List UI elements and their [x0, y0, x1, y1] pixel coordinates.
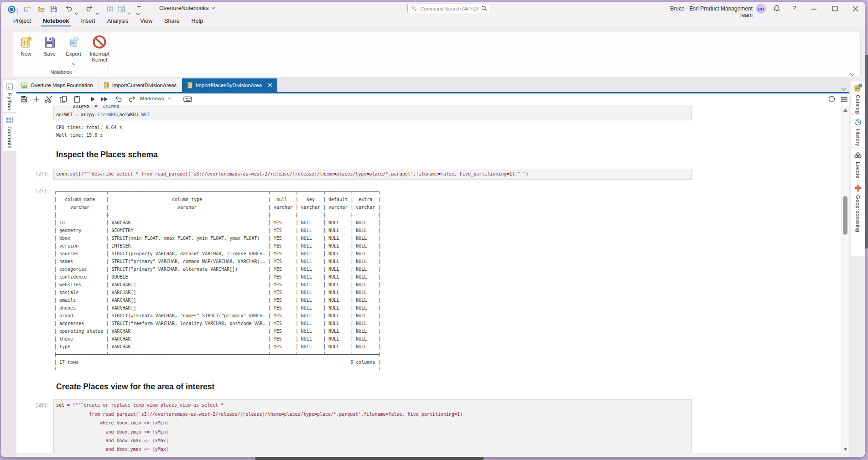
kernel-status: [827, 95, 836, 103]
ribbon-tab-analysis[interactable]: Analysis: [101, 16, 135, 26]
left-tab-contents[interactable]: Contents: [3, 114, 16, 151]
cell-prompt: [28]:: [16, 403, 49, 408]
user-name[interactable]: Bruce - Esri Product Management Team: [657, 5, 753, 18]
right-tab-catalog[interactable]: Catalog: [851, 81, 865, 114]
notifications-button[interactable]: [773, 5, 780, 12]
keyboard-icon: [183, 96, 192, 103]
paste-cell-button[interactable]: [73, 95, 81, 103]
ribbon-group-label: Notebook: [13, 69, 109, 75]
ribbon-tab-insert[interactable]: Insert: [75, 16, 101, 26]
run-cell-button[interactable]: [88, 95, 97, 103]
doc-tab-overture-maps-foundation[interactable]: Overture Maps Foundation: [16, 78, 99, 92]
redo-button[interactable]: [128, 95, 136, 103]
maximize-button[interactable]: [832, 6, 838, 11]
ribbon-collapse-button[interactable]: [851, 69, 854, 77]
save-project-button[interactable]: [50, 5, 57, 12]
right-tab-locate[interactable]: Locate: [851, 148, 865, 181]
doc-tab-importplacesbydivisionarea[interactable]: ImportPlacesByDivisionArea: [182, 78, 277, 92]
left-tab-label: Python: [7, 93, 12, 110]
windows-icon: [118, 5, 125, 12]
ribbon-panel: NewSaveExportInterrupt KernelNotebook: [13, 32, 861, 78]
notebook-toolbar: Markdown: [16, 93, 849, 105]
scrollbar-thumb[interactable]: [843, 196, 847, 235]
interrupt-kernel-icon: [92, 35, 107, 50]
copy-cell-icon: [60, 95, 68, 103]
command-search-box[interactable]: Command Search (Alt+Q): [407, 4, 490, 13]
undo-qat-button[interactable]: [65, 5, 73, 12]
redo-qat-icon: [86, 5, 94, 12]
add-cell-button[interactable]: [32, 95, 40, 103]
export-notebook-icon: [66, 35, 81, 50]
add-data-button[interactable]: [107, 5, 113, 13]
close-button[interactable]: [852, 6, 858, 12]
undo-button[interactable]: [114, 95, 122, 103]
ribbon-tab-help[interactable]: Help: [186, 16, 209, 26]
redo-dropdown[interactable]: [96, 8, 99, 16]
map-doc-icon: [21, 83, 27, 88]
schema-table-output: ┌──────────────────┬────────────────────…: [54, 188, 380, 374]
cell-type-select[interactable]: Markdown: [140, 96, 171, 101]
open-project-button[interactable]: [37, 5, 45, 13]
save-button[interactable]: Save: [38, 34, 62, 67]
interrupt-kernel-button[interactable]: Interrupt Kernel: [85, 34, 114, 67]
right-tab-label: Locate: [855, 162, 861, 178]
notebook-content: aoiWKB = aoiWKB aoiWKT = arcpy.FromWKB(a…: [16, 105, 841, 454]
run-all-button[interactable]: [100, 95, 108, 103]
cut-cell-button[interactable]: [44, 95, 52, 103]
save-notebook-icon: [42, 35, 57, 50]
desktop: OvertureNotebooksCommand Search (Alt+Q)B…: [0, 0, 868, 460]
ribbon-tab-share[interactable]: Share: [158, 16, 185, 26]
background-window-edge: [865, 55, 868, 248]
run-all-icon: [100, 96, 108, 103]
code-cell-source[interactable]: conn.sql(f"""describe select * from read…: [56, 170, 529, 178]
keyboard-shortcuts-button[interactable]: [183, 95, 192, 103]
magnifier-icon: [481, 5, 487, 11]
ribbon-tab-project[interactable]: Project: [7, 16, 37, 26]
right-tab-history[interactable]: History: [851, 115, 865, 147]
notebook-scrollbar[interactable]: [841, 105, 849, 454]
windows-button[interactable]: [118, 5, 125, 12]
toolbar-menu-icon: [841, 96, 848, 102]
project-title[interactable]: OvertureNotebooks: [159, 5, 214, 11]
document-tabs: Overture Maps FoundationImportCurrentDiv…: [16, 78, 277, 92]
undo-dropdown[interactable]: [75, 8, 78, 16]
doc-tab-importcurrentdivisionareas[interactable]: ImportCurrentDivisionAreas: [99, 78, 182, 92]
markdown-heading: Create Places view for the area of inter…: [56, 382, 214, 392]
redo-icon: [128, 96, 136, 103]
right-tab-geoprocessing[interactable]: Geoprocessing: [851, 181, 865, 256]
ribbon-button-label: Save: [40, 51, 59, 57]
close-tab-icon[interactable]: [268, 83, 272, 88]
copy-cell-button[interactable]: [59, 95, 68, 103]
toolbar-menu-button[interactable]: [840, 95, 848, 103]
save-button[interactable]: [20, 95, 28, 103]
arcgis-pro-window: OvertureNotebooksCommand Search (Alt+Q)B…: [1, 2, 865, 457]
customize-qat-button[interactable]: [137, 6, 141, 16]
code-cell-source[interactable]: aoiWKB = aoiWKB aoiWKT = arcpy.FromWKB(a…: [56, 105, 150, 119]
ribbon-tab-notebook[interactable]: Notebook: [37, 16, 75, 26]
new-project-button[interactable]: [24, 5, 31, 13]
undo-qat-icon: [65, 5, 73, 12]
ribbon-button-label: New: [16, 51, 36, 57]
cell-prompt: [27]:: [16, 171, 49, 176]
code-cell-source[interactable]: sql = f"""create or replace temp view pl…: [56, 401, 463, 453]
windows-dropdown[interactable]: [128, 8, 130, 16]
ribbon-group-divider: [109, 34, 109, 74]
scroll-up-arrow[interactable]: [843, 109, 847, 112]
redo-qat-button[interactable]: [86, 5, 94, 12]
scroll-down-arrow[interactable]: [843, 448, 847, 451]
help-button[interactable]: ?: [792, 5, 797, 11]
locate-icon: [854, 151, 862, 159]
undo-icon: [114, 96, 122, 103]
export-button[interactable]: Export: [62, 34, 85, 67]
app-logo-button[interactable]: [8, 5, 16, 13]
kernel-status-icon: [828, 96, 835, 103]
doc-tab-label: ImportCurrentDivisionAreas: [112, 83, 177, 88]
minimize-button[interactable]: [811, 6, 817, 12]
user-avatar[interactable]: BH: [756, 4, 766, 14]
new-button[interactable]: New: [14, 34, 38, 67]
left-tab-python[interactable]: Python: [3, 80, 16, 112]
ribbon-tab-view[interactable]: View: [134, 16, 158, 26]
help-icon: ?: [792, 5, 797, 11]
svg-text:?: ?: [793, 5, 796, 11]
tab-overflow-chevron[interactable]: [842, 83, 845, 92]
